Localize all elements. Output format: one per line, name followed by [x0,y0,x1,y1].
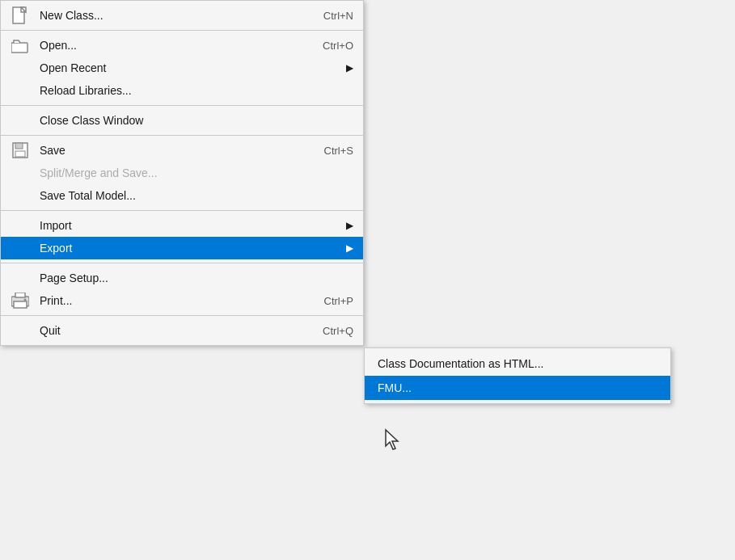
menu-item-reload-libraries[interactable]: Reload Libraries... [1,79,363,102]
menu-item-save[interactable]: Save Ctrl+S [1,139,363,162]
separator-4 [1,210,363,211]
separator-3 [1,135,363,136]
menu-item-close-class-window[interactable]: Close Class Window [1,109,363,132]
svg-rect-2 [11,43,27,53]
new-doc-icon [7,6,33,24]
submenu-arrow-icon: ▶ [330,62,353,74]
svg-rect-7 [14,301,27,308]
menu-label: Save Total Model... [40,189,136,202]
separator-5 [1,263,363,263]
submenu-label: FMU... [378,381,412,394]
svg-rect-4 [15,143,23,149]
separator-2 [1,105,363,106]
submenu-item-class-doc-html[interactable]: Class Documentation as HTML... [365,352,670,376]
submenu-label: Class Documentation as HTML... [378,357,543,370]
menu-label: Close Class Window [40,114,143,127]
submenu-arrow-icon: ▶ [330,242,353,254]
menu-label: Split/Merge and Save... [40,166,158,179]
menu-label: Export [40,242,72,255]
menu-item-save-total-model[interactable]: Save Total Model... [1,184,363,207]
cursor-indicator [384,428,400,453]
menu-item-split-merge: Split/Merge and Save... [1,162,363,184]
shortcut: Ctrl+P [292,295,353,307]
print-icon [7,293,33,309]
menu-item-quit[interactable]: Quit Ctrl+Q [1,319,363,342]
menu-container: New Class... Ctrl+N Open... Ctrl+O Open … [0,0,364,346]
save-icon [7,142,33,158]
main-menu: New Class... Ctrl+N Open... Ctrl+O Open … [0,0,364,346]
menu-item-page-setup[interactable]: Page Setup... [1,267,363,289]
shortcut: Ctrl+O [290,40,353,52]
menu-item-import[interactable]: Import ▶ [1,214,363,237]
separator-1 [1,30,363,31]
menu-label: Page Setup... [40,272,108,284]
svg-rect-0 [13,7,24,23]
export-submenu: Class Documentation as HTML... FMU... [364,347,671,404]
menu-label: Open... [40,39,77,52]
svg-rect-5 [15,151,25,157]
menu-label: New Class... [40,9,103,22]
svg-rect-8 [15,293,25,297]
menu-label: Quit [40,324,61,337]
menu-label: Import [40,219,72,232]
menu-item-new-class[interactable]: New Class... Ctrl+N [1,4,363,27]
menu-label: Print... [40,294,72,307]
shortcut: Ctrl+S [292,145,353,157]
menu-label: Open Recent [40,61,107,74]
shortcut: Ctrl+Q [290,325,353,337]
svg-point-9 [24,299,27,301]
menu-item-open[interactable]: Open... Ctrl+O [1,34,363,57]
menu-item-export[interactable]: Export ▶ [1,237,363,259]
svg-marker-10 [386,430,398,449]
shortcut: Ctrl+N [291,10,353,22]
menu-label: Reload Libraries... [40,84,132,97]
separator-6 [1,315,363,316]
menu-label: Save [40,144,65,157]
menu-item-open-recent[interactable]: Open Recent ▶ [1,57,363,79]
submenu-item-fmu[interactable]: FMU... [365,376,670,400]
open-icon [7,37,33,53]
submenu-arrow-icon: ▶ [330,220,353,231]
menu-item-print[interactable]: Print... Ctrl+P [1,289,363,312]
